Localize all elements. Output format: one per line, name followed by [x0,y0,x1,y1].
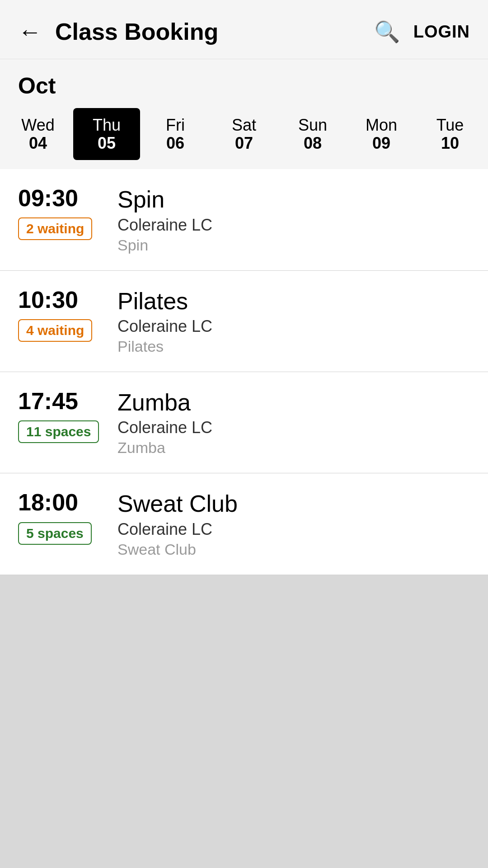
search-icon[interactable]: 🔍 [374,19,400,44]
date-row: Wed 04 Thu 05 Fri 06 Sat 07 Sun 08 Mon 0… [0,104,488,169]
header: ← Class Booking 🔍 LOGIN [0,0,488,59]
date-num-label: 10 [441,134,459,152]
class-time: 10:30 [18,287,78,313]
class-item-1[interactable]: 10:30 4 waiting Pilates Coleraine LC Pil… [0,271,488,372]
class-time-col: 09:30 2 waiting [18,185,108,240]
date-day-label: Wed [21,116,54,134]
class-time: 17:45 [18,388,78,414]
date-day-label: Thu [93,116,121,134]
class-badge: 5 spaces [18,522,92,545]
date-day-label: Sat [232,116,256,134]
date-day-label: Tue [436,116,464,134]
date-item-fri06[interactable]: Fri 06 [142,108,209,160]
class-badge: 4 waiting [18,319,92,342]
class-item-0[interactable]: 09:30 2 waiting Spin Coleraine LC Spin [0,169,488,270]
login-button[interactable]: LOGIN [413,22,470,42]
date-item-sat07[interactable]: Sat 07 [211,108,277,160]
page-title: Class Booking [55,18,374,45]
class-item-2[interactable]: 17:45 11 spaces Zumba Coleraine LC Zumba [0,372,488,473]
date-item-sun08[interactable]: Sun 08 [279,108,346,160]
date-num-label: 06 [166,134,184,152]
date-item-wed04[interactable]: Wed 04 [5,108,71,160]
class-location: Coleraine LC [117,418,470,437]
class-info-col: Spin Coleraine LC Spin [108,185,470,254]
bottom-area [0,575,488,868]
class-name: Spin [117,185,470,213]
class-time: 18:00 [18,490,78,515]
class-location: Coleraine LC [117,520,470,539]
class-type: Zumba [117,439,470,457]
month-label: Oct [0,59,488,104]
date-day-label: Mon [366,116,397,134]
class-type: Pilates [117,338,470,355]
class-name: Pilates [117,287,470,315]
date-num-label: 09 [372,134,390,152]
date-item-mon09[interactable]: Mon 09 [348,108,415,160]
class-time: 09:30 [18,185,78,211]
class-name: Zumba [117,388,470,416]
class-info-col: Sweat Club Coleraine LC Sweat Club [108,490,470,558]
date-num-label: 04 [29,134,47,152]
class-type: Spin [117,236,470,254]
class-location: Coleraine LC [117,216,470,235]
class-name: Sweat Club [117,490,470,518]
class-badge: 11 spaces [18,420,99,443]
date-item-thu05[interactable]: Thu 05 [73,108,140,160]
class-time-col: 10:30 4 waiting [18,287,108,342]
date-item-tue10[interactable]: Tue 10 [417,108,483,160]
back-button[interactable]: ← [18,18,42,45]
class-type: Sweat Club [117,541,470,558]
class-info-col: Pilates Coleraine LC Pilates [108,287,470,355]
class-badge: 2 waiting [18,217,92,240]
date-num-label: 08 [304,134,322,152]
date-day-label: Sun [298,116,327,134]
date-num-label: 07 [235,134,253,152]
date-num-label: 05 [98,134,116,152]
class-info-col: Zumba Coleraine LC Zumba [108,388,470,457]
class-time-col: 17:45 11 spaces [18,388,108,443]
classes-list: 09:30 2 waiting Spin Coleraine LC Spin 1… [0,169,488,575]
date-day-label: Fri [166,116,185,134]
class-item-3[interactable]: 18:00 5 spaces Sweat Club Coleraine LC S… [0,473,488,575]
class-time-col: 18:00 5 spaces [18,490,108,544]
class-location: Coleraine LC [117,317,470,336]
